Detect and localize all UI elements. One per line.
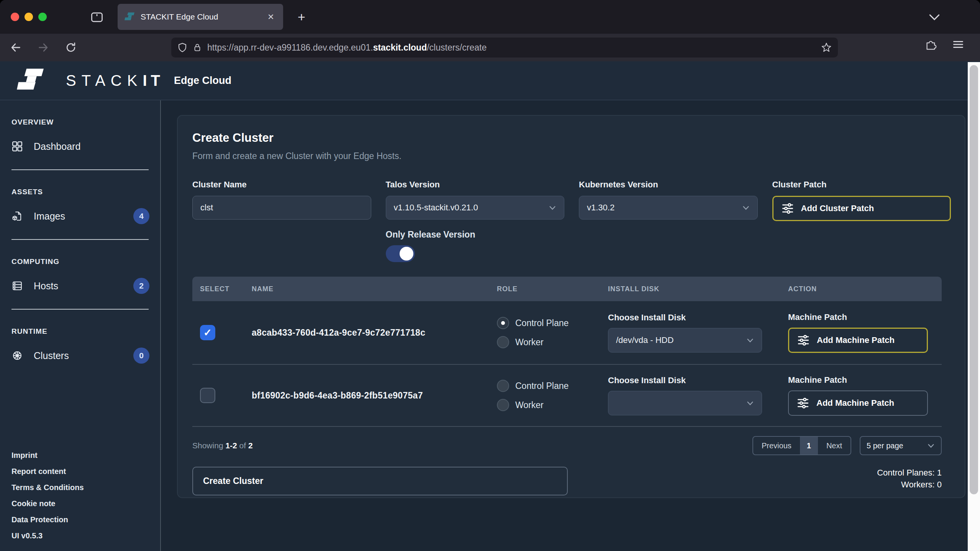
tracking-shield-icon[interactable]	[177, 42, 187, 53]
cluster-name-input[interactable]	[192, 196, 371, 220]
choose-install-disk-label: Choose Install Disk	[608, 313, 788, 323]
cluster-patch-field: Cluster Patch Add Cluster Patch	[772, 180, 951, 262]
hosts-icon	[11, 280, 23, 292]
footer-link-imprint[interactable]: Imprint	[11, 451, 84, 460]
action-cell: Machine Patch Add Machine Patch	[788, 312, 942, 353]
sidebar-item-dashboard[interactable]: Dashboard	[11, 136, 160, 156]
reload-button[interactable]	[62, 39, 80, 56]
column-header-install-disk: INSTALL DISK	[608, 285, 788, 293]
tab-overview-icon[interactable]	[89, 11, 105, 24]
cluster-name-label: Cluster Name	[192, 180, 371, 190]
extensions-puzzle-icon[interactable]	[925, 39, 937, 50]
sidebar-item-label: Images	[34, 211, 65, 222]
list-all-tabs-icon[interactable]	[925, 10, 944, 25]
window-minimize-button[interactable]	[25, 13, 33, 21]
window-controls	[11, 13, 47, 21]
sidebar-section-overview: OVERVIEW	[11, 118, 160, 126]
submit-row: Create Cluster Control Planes: 1 Workers…	[192, 467, 942, 495]
column-header-action: ACTION	[788, 285, 942, 293]
sliders-icon	[798, 335, 809, 346]
install-disk-cell: Choose Install Disk	[608, 376, 788, 415]
radio-icon[interactable]	[497, 399, 509, 411]
sliders-icon	[797, 397, 809, 409]
install-disk-select[interactable]: /dev/vda - HDD	[608, 328, 762, 353]
chevron-down-icon	[742, 205, 750, 210]
previous-page-button[interactable]: Previous	[753, 437, 800, 454]
back-button[interactable]	[7, 39, 25, 56]
sidebar-item-hosts[interactable]: Hosts 2	[11, 276, 160, 296]
url-bar[interactable]: https://app.rr-dev-a991186.dev.edge.eu01…	[171, 38, 838, 57]
radio-icon[interactable]	[497, 317, 509, 329]
per-page-select[interactable]: 5 per page	[860, 436, 942, 455]
install-disk-value: /dev/vda - HDD	[616, 335, 746, 345]
chevron-down-icon	[549, 205, 556, 210]
cluster-name-field: Cluster Name	[192, 180, 371, 262]
talos-version-label: Talos Version	[386, 180, 565, 190]
install-disk-select[interactable]	[608, 391, 762, 415]
browser-tab[interactable]: STACKIT Edge Cloud ×	[118, 4, 283, 30]
talos-version-value: v1.10.5-stackit.v0.21.0	[394, 203, 549, 213]
footer-link-cookie-note[interactable]: Cookie note	[11, 499, 84, 508]
bookmark-star-icon[interactable]	[821, 42, 832, 53]
footer-link-report-content[interactable]: Report content	[11, 467, 84, 476]
choose-install-disk-label: Choose Install Disk	[608, 376, 788, 385]
role-option-control-plane[interactable]: Control Plane	[497, 380, 608, 392]
sidebar-footer: Imprint Report content Terms & Condition…	[11, 451, 84, 540]
radio-icon[interactable]	[497, 336, 509, 348]
select-cell	[192, 388, 252, 403]
add-cluster-patch-label: Add Cluster Patch	[801, 203, 874, 213]
sidebar-item-images[interactable]: Images 4	[11, 206, 160, 226]
role-option-control-plane[interactable]: Control Plane	[497, 317, 608, 329]
current-page-button[interactable]: 1	[800, 437, 818, 454]
window-zoom-button[interactable]	[38, 13, 47, 21]
radio-icon[interactable]	[497, 380, 509, 392]
sidebar-item-clusters[interactable]: Clusters 0	[11, 346, 160, 366]
menu-hamburger-icon[interactable]	[952, 39, 964, 50]
host-checkbox[interactable]: ✓	[200, 325, 215, 340]
host-checkbox[interactable]	[200, 388, 215, 403]
role-label: Worker	[515, 400, 544, 410]
scrollbar-thumb[interactable]	[970, 65, 978, 494]
browser-window: STACKIT Edge Cloud × + https://app.rr-de…	[0, 0, 980, 551]
forward-button[interactable]	[34, 39, 52, 56]
browser-tab-bar: STACKIT Edge Cloud × +	[0, 0, 980, 34]
role-cell: Control Plane Worker	[497, 317, 608, 348]
talos-version-field: Talos Version v1.10.5-stackit.v0.21.0 On…	[386, 180, 565, 262]
host-name: bf16902c-b9d6-4ea3-b869-2fb51e9075a7	[252, 390, 497, 401]
column-header-select: SELECT	[192, 285, 252, 293]
cluster-summary: Control Planes: 1 Workers: 0	[877, 467, 942, 490]
add-cluster-patch-button[interactable]: Add Cluster Patch	[772, 196, 951, 221]
chevron-down-icon	[927, 443, 935, 448]
window-close-button[interactable]	[11, 13, 19, 21]
next-page-button[interactable]: Next	[818, 437, 851, 454]
table-row: bf16902c-b9d6-4ea3-b869-2fb51e9075a7 Con…	[192, 365, 942, 427]
kubernetes-version-value: v1.30.2	[587, 203, 742, 213]
page-scrollbar	[968, 62, 980, 551]
sidebar-divider	[11, 239, 149, 240]
role-label: Control Plane	[515, 381, 569, 391]
role-option-worker[interactable]: Worker	[497, 399, 608, 411]
kubernetes-version-select[interactable]: v1.30.2	[579, 196, 758, 220]
footer-link-terms[interactable]: Terms & Conditions	[11, 483, 84, 492]
talos-version-select[interactable]: v1.10.5-stackit.v0.21.0	[386, 196, 565, 220]
lock-icon[interactable]	[193, 42, 202, 53]
table-header-row: SELECT NAME ROLE INSTALL DISK ACTION	[192, 277, 942, 301]
footer-link-data-protection[interactable]: Data Protection	[11, 515, 84, 524]
create-cluster-card: Create Cluster Form and create a new Clu…	[177, 115, 965, 498]
only-release-toggle[interactable]	[386, 245, 415, 262]
add-machine-patch-button[interactable]: Add Machine Patch	[788, 328, 928, 353]
role-option-worker[interactable]: Worker	[497, 336, 608, 348]
new-tab-button[interactable]: +	[293, 8, 310, 25]
cluster-form: Cluster Name Talos Version v1.10.5-stack…	[192, 180, 951, 262]
stackit-logo-icon	[17, 69, 44, 92]
add-machine-patch-button[interactable]: Add Machine Patch	[788, 390, 928, 416]
create-cluster-button[interactable]: Create Cluster	[192, 467, 568, 495]
sidebar: OVERVIEW Dashboard ASSETS Images 4 COMPU…	[0, 100, 161, 551]
role-label: Worker	[515, 337, 544, 348]
tab-close-icon[interactable]: ×	[265, 11, 276, 23]
sidebar-item-label: Dashboard	[34, 141, 80, 152]
only-release-field: Only Release Version	[386, 230, 565, 262]
action-cell: Machine Patch Add Machine Patch	[788, 375, 942, 416]
only-release-label: Only Release Version	[386, 230, 565, 240]
machine-patch-label: Machine Patch	[788, 312, 942, 322]
